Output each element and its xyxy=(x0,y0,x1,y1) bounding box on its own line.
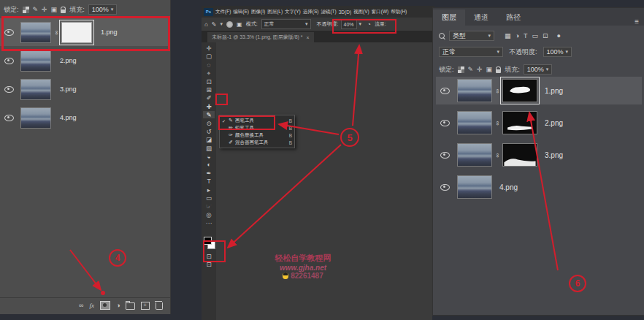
layer-row-1[interactable]: ∞ 1.png xyxy=(0,18,170,46)
lasso-tool[interactable]: ◌ xyxy=(203,61,215,69)
quick-mask-icon[interactable]: ⊡ xyxy=(203,253,215,260)
filter-pin-icon[interactable]: ● xyxy=(557,32,561,39)
pixel-filter-icon[interactable]: ▦ xyxy=(505,32,511,39)
shape-tool[interactable]: ▭ xyxy=(203,194,215,202)
layer-mask-thumbnail[interactable] xyxy=(502,111,537,134)
menu-image[interactable]: 图像(I) xyxy=(251,9,265,15)
eraser-tool[interactable]: ◪ xyxy=(203,136,215,143)
crop-tool[interactable]: ⊡ xyxy=(203,78,215,85)
pen-tool[interactable]: ✒ xyxy=(203,169,215,177)
menu-item-color-replacement-tool[interactable]: ✑ 颜色替换工具 B xyxy=(220,132,294,139)
menu-edit[interactable]: 编辑(E) xyxy=(233,9,249,15)
quick-selection-tool[interactable]: ⌖ xyxy=(203,69,215,77)
visibility-eye-icon[interactable] xyxy=(440,184,450,191)
mask-link-icon[interactable]: ∞ xyxy=(53,29,60,35)
link-icon[interactable]: ∞ xyxy=(79,302,83,309)
layer-mask-thumbnail[interactable] xyxy=(502,79,537,102)
gradient-tool[interactable]: ▧ xyxy=(203,145,215,152)
adjustment-icon[interactable]: ◑ xyxy=(116,302,120,309)
history-brush-tool[interactable]: ↺ xyxy=(203,128,215,135)
lock-all-icon[interactable] xyxy=(61,9,66,13)
layer-row-4[interactable]: 4.png xyxy=(436,173,642,201)
menu-3d[interactable]: 3D(D) xyxy=(339,9,351,15)
menu-file[interactable]: 文件(F) xyxy=(215,9,231,15)
layer-thumbnail[interactable] xyxy=(457,111,492,134)
menu-help[interactable]: 帮助(H) xyxy=(391,9,407,15)
menu-item-pencil-tool[interactable]: ✏ 铅笔工具 B xyxy=(220,124,294,132)
visibility-eye-icon[interactable] xyxy=(440,120,450,126)
menu-window[interactable]: 窗口(W) xyxy=(372,9,388,15)
tab-layers[interactable]: 图层 xyxy=(433,9,465,26)
menu-select[interactable]: 选择(S) xyxy=(303,9,319,15)
tab-channels[interactable]: 通道 xyxy=(465,9,497,26)
healing-brush-tool[interactable]: ✚ xyxy=(203,103,215,110)
layer-thumbnail[interactable] xyxy=(457,79,492,102)
menu-layer[interactable]: 图层(L) xyxy=(267,9,283,15)
visibility-eye-icon[interactable] xyxy=(440,152,450,159)
brush-tool[interactable]: ✎ xyxy=(203,111,215,118)
layer-mask-thumbnail[interactable] xyxy=(61,22,92,43)
layer-thumbnail[interactable] xyxy=(457,143,492,167)
fx-icon[interactable]: fx xyxy=(89,302,94,309)
edit-toolbar-icon[interactable]: ⋯ xyxy=(203,219,215,226)
opacity-dropdown[interactable]: 100% ▾ xyxy=(543,47,572,57)
menu-filter[interactable]: 滤镜(T) xyxy=(321,9,336,15)
group-icon[interactable] xyxy=(126,302,135,310)
layer-row-2[interactable]: ∞ 2.png xyxy=(436,109,642,137)
frame-tool[interactable]: ⊞ xyxy=(203,86,215,94)
blend-mode-dropdown[interactable]: 正常 ▾ xyxy=(261,19,311,29)
mask-link-icon[interactable]: ∞ xyxy=(494,88,501,94)
close-icon[interactable]: × xyxy=(307,35,310,40)
layer-thumbnail[interactable] xyxy=(20,50,51,72)
layer-thumbnail[interactable] xyxy=(457,175,492,199)
adjustment-filter-icon[interactable]: ◑ xyxy=(515,32,519,39)
type-tool[interactable]: T xyxy=(203,178,215,185)
layer-row-2[interactable]: 2.png xyxy=(0,47,170,75)
lock-pixels-icon[interactable]: ✎ xyxy=(468,66,474,73)
screen-mode-icon[interactable]: ⊡ xyxy=(203,261,215,268)
path-selection-tool[interactable]: ▸ xyxy=(203,186,215,194)
tab-paths[interactable]: 路径 xyxy=(497,9,529,26)
layer-row-4[interactable]: 4.png xyxy=(0,104,170,132)
zoom-tool[interactable]: ◎ xyxy=(203,211,215,218)
move-tool[interactable]: ✛ xyxy=(203,45,215,52)
lock-transparent-icon[interactable] xyxy=(458,66,464,73)
filter-kind-dropdown[interactable]: 类型 ▾ xyxy=(449,31,494,41)
lock-position-icon[interactable]: ✛ xyxy=(477,66,483,73)
visibility-eye-icon[interactable] xyxy=(440,88,450,94)
chevron-down-icon[interactable]: ▾ xyxy=(359,21,362,27)
layer-row-1[interactable]: ∞ 1.png xyxy=(436,77,642,104)
fill-dropdown[interactable]: 100% ▾ xyxy=(88,4,118,15)
lock-artboard-icon[interactable]: ▣ xyxy=(486,66,493,73)
layer-thumbnail[interactable] xyxy=(20,22,51,43)
brush-tool-icon[interactable]: ✎ xyxy=(212,21,217,28)
fill-dropdown[interactable]: 100% ▾ xyxy=(524,64,553,75)
home-icon[interactable]: ⌂ xyxy=(204,21,208,28)
shape-filter-icon[interactable]: ▭ xyxy=(532,32,538,39)
visibility-eye-icon[interactable] xyxy=(4,115,14,121)
menu-item-brush-tool[interactable]: ✓ ✎ 画笔工具 B xyxy=(220,117,294,124)
menu-type[interactable]: 文字(Y) xyxy=(285,9,301,15)
mask-link-icon[interactable]: ∞ xyxy=(494,152,501,158)
delete-icon[interactable] xyxy=(156,302,163,310)
opacity-dropdown[interactable]: 40% xyxy=(341,19,357,29)
visibility-eye-icon[interactable] xyxy=(4,86,14,93)
panel-menu-icon[interactable]: ≡ xyxy=(635,18,639,26)
dodge-tool[interactable]: ◐ xyxy=(203,161,215,168)
blur-tool[interactable]: ◒ xyxy=(203,153,215,160)
lock-pixels-icon[interactable]: ✎ xyxy=(33,7,39,13)
visibility-eye-icon[interactable] xyxy=(4,29,14,36)
lock-artboard-icon[interactable]: ▣ xyxy=(51,7,58,13)
mask-link-icon[interactable]: ∞ xyxy=(494,120,501,126)
layer-row-3[interactable]: ∞ 3.png xyxy=(436,141,642,169)
menu-view[interactable]: 视图(V) xyxy=(353,9,369,15)
layer-row-3[interactable]: 3.png xyxy=(0,75,170,103)
lock-transparent-icon[interactable] xyxy=(23,7,29,13)
foreground-color-swatch[interactable] xyxy=(204,237,212,245)
layer-thumbnail[interactable] xyxy=(20,79,51,100)
smart-object-filter-icon[interactable]: ⊡ xyxy=(543,32,548,39)
layer-mask-thumbnail[interactable] xyxy=(502,143,537,167)
toggle-brush-panel-icon[interactable]: ▣ xyxy=(237,21,242,28)
document-tab[interactable]: 未标题-1 @ 33.3% (1.png, 图层蒙版/8) * × xyxy=(207,32,314,42)
lock-position-icon[interactable]: ✛ xyxy=(42,7,47,13)
